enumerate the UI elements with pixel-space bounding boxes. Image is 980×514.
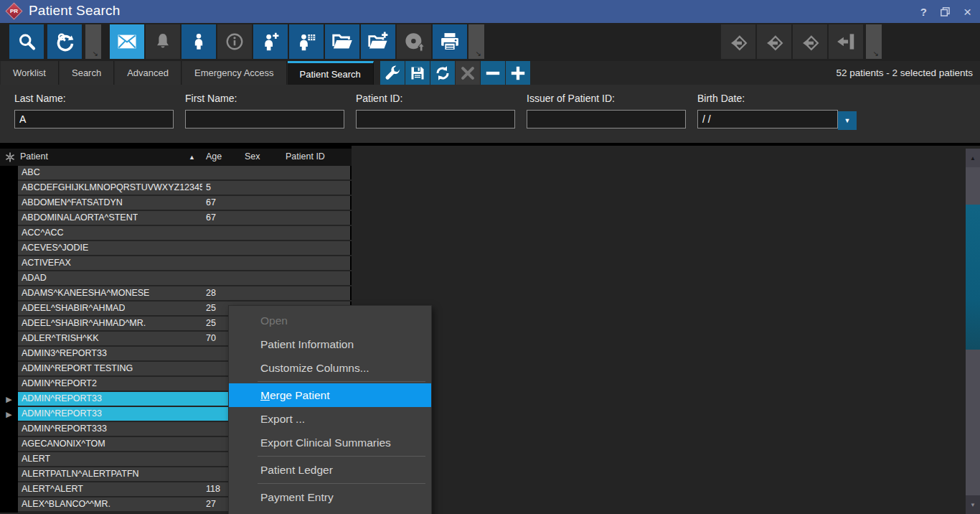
cell-patient: ALEX^BLANCO^^MR. [22, 497, 110, 511]
column-settings-icon[interactable] [5, 152, 15, 165]
menu-item-export[interactable]: Export ... [229, 407, 431, 431]
row-body[interactable]: ABDOMEN^FATSATDYN67 [18, 196, 352, 210]
first-name-input[interactable] [185, 110, 344, 128]
column-header-sex[interactable]: Sex [245, 151, 260, 162]
patient-id-input[interactable] [356, 110, 515, 128]
issuer-of-patient-id-input[interactable] [527, 110, 686, 128]
add-patient-button[interactable] [253, 24, 288, 59]
mail-button[interactable] [110, 24, 144, 59]
row-body[interactable]: ABCDEFGHIJKLMNOPQRSTUVWXYZ12345...5 [18, 181, 352, 195]
first-name-label: First Name: [185, 93, 344, 104]
minus-icon [484, 64, 502, 83]
vertical-scrollbar[interactable]: ▲ ▼ [966, 149, 980, 514]
settings-button[interactable] [380, 61, 405, 85]
row-body[interactable]: ACTIVEFAX [18, 256, 352, 270]
person-icon [189, 32, 208, 51]
overflow-3-button[interactable]: ↘ [866, 24, 882, 59]
menu-item-merge-patient[interactable]: Merge Patient [229, 383, 431, 407]
table-row[interactable]: ABDOMINALAORTA^STENT67 [0, 211, 352, 226]
birth-date-label: Birth Date: [697, 93, 838, 104]
issuer-of-patient-id-label: Issuer of Patient ID: [527, 93, 686, 104]
last-name-label: Last Name: [14, 93, 174, 104]
remove-button[interactable] [481, 61, 505, 85]
cell-patient: ACC^ACC [22, 226, 64, 240]
tab-advanced[interactable]: Advanced [115, 61, 182, 85]
birth-date-input[interactable] [697, 110, 838, 128]
new-folder-button[interactable] [361, 24, 395, 59]
table-row[interactable]: ABC [0, 166, 352, 181]
row-gutter [0, 256, 18, 271]
help-button[interactable]: ? [920, 6, 927, 17]
exit-button [829, 24, 863, 59]
column-header-patient[interactable]: Patient [20, 151, 48, 162]
last-name-input[interactable] [14, 110, 174, 128]
tab-worklist[interactable]: Worklist [1, 61, 59, 85]
cell-patient: ALERT^ALERT [22, 482, 83, 496]
sort-asc-icon: ▲ [189, 154, 195, 161]
row-body[interactable]: ABDOMINALAORTA^STENT67 [18, 211, 352, 225]
tab-search[interactable]: Search [60, 61, 114, 85]
row-gutter: ▶ [0, 392, 18, 407]
person-grid-icon [296, 32, 316, 52]
tabs: WorklistSearchAdvancedEmergency AccessPa… [0, 61, 374, 85]
search-panel: Last Name:First Name:Patient ID:Issuer o… [0, 85, 980, 146]
burn-disc-button [397, 24, 431, 59]
menu-item-patient-ledger[interactable]: Patient Ledger [229, 458, 431, 482]
row-body[interactable]: ACC^ACC [18, 226, 352, 240]
cell-age: 28 [206, 286, 216, 300]
scrollbar-thumb[interactable] [966, 205, 980, 350]
print-button[interactable] [433, 24, 467, 59]
row-body[interactable]: ABC [18, 166, 352, 179]
menu-item-export-clinical-summaries[interactable]: Export Clinical Summaries [229, 431, 431, 454]
plus-icon [509, 64, 527, 83]
first-name-field: First Name: [185, 93, 344, 128]
table-row[interactable]: ABCDEFGHIJKLMNOPQRSTUVWXYZ12345...5 [0, 181, 352, 196]
row-body[interactable]: ADAD [18, 271, 352, 285]
save-button[interactable] [405, 61, 430, 85]
folder-add-icon [367, 31, 389, 52]
cell-patient: ADAMS^KANEESHA^MONESE [22, 286, 149, 300]
row-body[interactable]: ACEVES^JODIE [18, 241, 352, 255]
table-row[interactable]: ADAD [0, 271, 352, 286]
cell-patient: ABC [22, 166, 40, 179]
chevron-down-icon: ▼ [844, 117, 851, 124]
close-button[interactable]: × [963, 5, 971, 19]
import-1-button [721, 24, 755, 59]
birth-date-dropdown-button[interactable]: ▼ [838, 111, 857, 130]
menu-item-payment-entry[interactable]: Payment Entry [229, 485, 431, 509]
overflow-2-button[interactable]: ↘ [468, 24, 484, 59]
cell-age: 118 [206, 482, 220, 496]
x-icon [460, 65, 476, 81]
cell-age: 25 [206, 302, 216, 315]
column-header-patient-id[interactable]: Patient ID [286, 151, 325, 162]
row-gutter: ▶ [0, 407, 18, 422]
table-row[interactable]: ACTIVEFAX [0, 256, 352, 271]
row-gutter [0, 211, 18, 226]
tab-emergency-access[interactable]: Emergency Access [182, 61, 287, 85]
table-row[interactable]: ACEVES^JODIE [0, 241, 352, 256]
add-button[interactable] [506, 61, 530, 85]
tab-patient-search[interactable]: Patient Search [288, 61, 374, 85]
scroll-down-button[interactable]: ▼ [966, 495, 980, 514]
column-header-age[interactable]: Age [206, 151, 222, 162]
menu-item-patient-information[interactable]: Patient Information [229, 332, 431, 356]
patient-button[interactable] [182, 24, 216, 59]
overflow-1-button[interactable]: ↘ [85, 24, 101, 59]
table-row[interactable]: ABDOMEN^FATSATDYN67 [0, 196, 352, 211]
table-row[interactable]: ACC^ACC [0, 226, 352, 241]
row-body[interactable]: ADAMS^KANEESHA^MONESE28 [18, 286, 352, 300]
patient-id-field: Patient ID: [356, 93, 515, 128]
patient-worklist-button[interactable] [289, 24, 324, 59]
folder-open-icon [331, 31, 353, 52]
restore-button[interactable] [941, 7, 950, 17]
cell-patient: ADEEL^SHABIR^AHMAD [22, 302, 125, 315]
refresh-button[interactable] [430, 61, 455, 85]
open-folder-button[interactable] [325, 24, 359, 59]
cell-patient: ADMIN^REPORT33 [22, 392, 102, 406]
search-button[interactable] [9, 24, 44, 59]
table-row[interactable]: ADAMS^KANEESHA^MONESE28 [0, 286, 352, 302]
scroll-up-button[interactable]: ▲ [966, 149, 980, 167]
menu-item-delete[interactable]: Delete [229, 509, 431, 514]
reset-search-button[interactable] [47, 24, 82, 59]
menu-item-customize-columns[interactable]: Customize Columns... [229, 356, 431, 380]
